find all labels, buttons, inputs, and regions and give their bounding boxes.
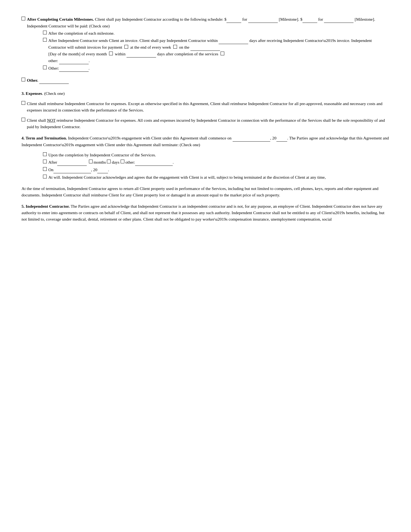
after-period-line: After months days other: . — [43, 159, 390, 166]
upon-completion-text: Upon the completion by Independent Contr… — [48, 152, 156, 158]
term-title: 4. Term and Termination. — [21, 136, 67, 140]
milestone-blank1 — [248, 16, 278, 23]
commence-blank — [233, 135, 270, 142]
milestone-amount2 — [302, 16, 317, 23]
term-comma: , 20 — [270, 136, 276, 140]
termination-para-section: At the time of termination, Independent … — [21, 185, 390, 198]
term-section: 4. Term and Termination. Independent Con… — [21, 135, 390, 181]
after-completion-checkbox[interactable] — [43, 31, 47, 34]
reimburse-yes-line: Client shall reimburse Independent Contr… — [21, 100, 390, 113]
on-period: . — [108, 167, 109, 173]
milestone-blank2 — [324, 16, 354, 23]
upon-completion-line: Upon the completion by Independent Contr… — [43, 152, 390, 158]
after-invoice-t8: days after completion of the services — [157, 52, 219, 56]
other-sub-checkbox[interactable] — [43, 66, 47, 69]
other-section: Other. — [21, 77, 390, 84]
after-invoice-checkbox[interactable] — [43, 38, 47, 42]
independent-para: 5. Independent Contractor. The Parties a… — [21, 203, 390, 222]
milestones-for1: for — [242, 17, 248, 21]
after-invoice-text: After Independent Contractor sends Clien… — [48, 37, 372, 64]
period-other-blank — [135, 159, 173, 166]
after-invoice-t5: on the — [179, 45, 190, 49]
day-of-month-blank — [190, 44, 220, 51]
reimburse-no-checkbox[interactable] — [21, 118, 25, 121]
upon-completion-checkbox[interactable] — [43, 152, 47, 156]
after-invoice-t9: other: — [48, 58, 59, 63]
days-label: days — [112, 159, 119, 166]
other-period-label: other: — [125, 159, 135, 166]
after-invoice-t3: Contractor will submit invoices for paym… — [48, 45, 123, 49]
expenses-subtitle: . (Check one) — [42, 91, 65, 96]
reimburse-yes-text: Client shall reimburse Independent Contr… — [27, 100, 390, 113]
milestone-amount1 — [226, 16, 241, 23]
milestones-text1: Client shall pay Independent Contractor … — [95, 17, 226, 21]
other-checkbox[interactable] — [21, 78, 25, 81]
on-date-line: On , 20 . — [43, 167, 390, 173]
expenses-section: 3. Expenses. (Check one) Client shall re… — [21, 90, 390, 130]
other-sub-text: Other: — [48, 65, 59, 71]
services-other-checkbox[interactable] — [221, 52, 224, 55]
on-the-checkbox[interactable] — [173, 45, 177, 49]
independent-section: 5. Independent Contractor. The Parties a… — [21, 203, 390, 222]
other-checkbox-line: Other. — [21, 77, 390, 84]
on-text: On — [48, 167, 53, 173]
end-of-week-checkbox[interactable] — [124, 45, 128, 49]
months-checkbox[interactable] — [89, 160, 93, 163]
period-blank — [57, 159, 87, 166]
within-days-blank — [127, 51, 156, 57]
months-label: months — [94, 159, 106, 166]
after-invoice-t7: within — [115, 52, 127, 56]
termination-para: At the time of termination, Independent … — [21, 185, 390, 198]
after-completion-line: After the completion of each milestone. — [43, 30, 390, 37]
at-will-line: At will. Independent Contractor acknowle… — [43, 174, 390, 181]
on-comma: , 20 — [91, 167, 97, 173]
term-intro: 4. Term and Termination. Independent Con… — [21, 135, 390, 148]
expenses-title: 3. Expenses. (Check one) — [21, 90, 390, 97]
after-invoice-t1: After Independent Contractor sends Clien… — [48, 38, 219, 43]
after-period-checkbox[interactable] — [43, 160, 47, 163]
after-period-t1: After — [48, 159, 57, 166]
on-date-blank — [53, 167, 91, 173]
other-sub-period: . — [89, 65, 90, 71]
milestones-title: After Completing Certain Milestones. — [27, 17, 94, 21]
independent-text: The Parties agree and acknowledge that I… — [21, 204, 384, 221]
milestones-for2: for — [318, 17, 324, 21]
period-period: . — [173, 159, 174, 166]
expenses-title-text: 3. Expenses — [21, 91, 42, 96]
year-blank — [276, 135, 287, 142]
not-text: NOT — [47, 118, 56, 123]
on-date-checkbox[interactable] — [43, 167, 47, 171]
period-other-checkbox[interactable] — [121, 160, 124, 163]
other-sub-line: Other: . — [43, 65, 390, 72]
milestones-section: After Completing Certain Milestones. Cli… — [21, 16, 390, 72]
other-sub-blank — [59, 65, 89, 72]
after-invoice-period: . — [89, 58, 90, 63]
within-checkbox[interactable] — [109, 52, 113, 55]
after-invoice-line: After Independent Contractor sends Clien… — [43, 37, 390, 64]
on-year-blank — [97, 167, 108, 173]
at-will-text: At will. Independent Contractor acknowle… — [48, 174, 326, 181]
reimburse-yes-checkbox[interactable] — [21, 101, 25, 105]
after-invoice-t6: [Day of the month] of every month — [48, 52, 108, 56]
term-subitems: Upon the completion by Independent Contr… — [43, 152, 390, 181]
milestones-ms1: [Milestone]. $ — [279, 17, 302, 21]
after-completion-text: After the completion of each milestone. — [48, 30, 114, 37]
independent-title: 5. Independent Contractor. — [21, 204, 70, 209]
at-will-checkbox[interactable] — [43, 175, 47, 178]
reimburse-no-text: Client shall NOT reimburse Independent C… — [27, 117, 390, 130]
milestones-text: After Completing Certain Milestones. Cli… — [27, 16, 390, 29]
document-body: After Completing Certain Milestones. Cli… — [21, 16, 390, 222]
reimburse-no-line: Client shall NOT reimburse Independent C… — [21, 117, 390, 130]
after-invoice-t4: at the end of every week — [130, 45, 172, 49]
other-main-blank — [39, 77, 69, 84]
term-text1: Independent Contractor\u2019s engagement… — [68, 136, 233, 140]
milestones-checkbox[interactable] — [21, 17, 25, 20]
milestones-checkbox-line: After Completing Certain Milestones. Cli… — [21, 16, 390, 29]
after-invoice-t2: days after receiving Independent Contrac… — [249, 38, 372, 43]
invoice-days-blank — [219, 37, 248, 44]
other-blank — [59, 57, 89, 64]
other-label: Other. — [27, 77, 38, 84]
milestones-subitems: After the completion of each milestone. … — [43, 30, 390, 72]
days-checkbox[interactable] — [107, 160, 111, 163]
